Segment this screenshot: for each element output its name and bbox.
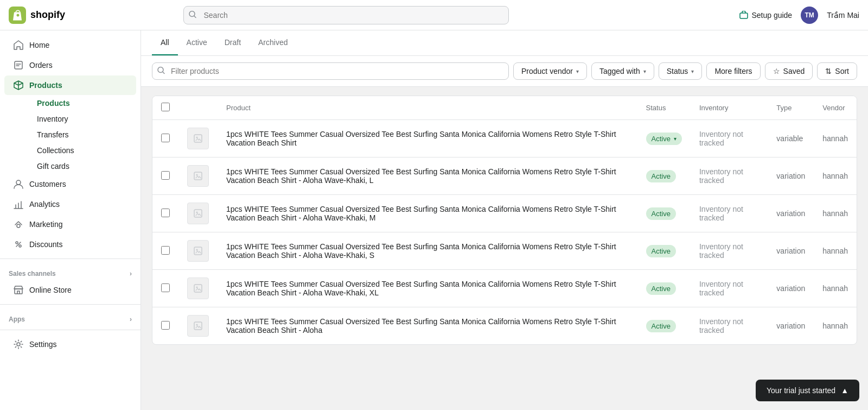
sidebar-item-label: Home xyxy=(29,41,49,49)
row-vendor: hannah xyxy=(814,232,857,270)
shopify-wordmark: shopify xyxy=(30,9,65,21)
svg-rect-10 xyxy=(194,135,202,142)
row-inventory: Inventory not tracked xyxy=(691,120,768,157)
th-type[interactable]: Type xyxy=(768,96,814,120)
shopify-logo[interactable]: shopify xyxy=(9,7,65,24)
th-vendor[interactable]: Vendor xyxy=(814,96,857,120)
sidebar-sub-item-gift-cards[interactable]: Gift cards xyxy=(28,159,136,174)
filter-products-input[interactable] xyxy=(152,62,509,80)
tab-all[interactable]: All xyxy=(152,30,178,55)
row-product-name[interactable]: 1pcs WHITE Tees Summer Casual Oversized … xyxy=(218,120,637,157)
row-checkbox[interactable] xyxy=(161,134,170,142)
customers-icon xyxy=(13,179,24,190)
row-product-name[interactable]: 1pcs WHITE Tees Summer Casual Oversized … xyxy=(218,157,637,195)
svg-rect-1 xyxy=(740,13,748,18)
chevron-down-icon: ▾ xyxy=(691,68,694,74)
select-all-header xyxy=(152,96,178,120)
sidebar-item-customers[interactable]: Customers xyxy=(4,174,136,194)
th-inventory[interactable]: Inventory xyxy=(691,96,768,120)
sidebar-sales-channels-label: Sales channels › xyxy=(0,263,141,280)
chevron-down-icon: ▾ xyxy=(576,68,579,74)
svg-point-6 xyxy=(19,245,21,247)
tagged-with-filter[interactable]: Tagged with ▾ xyxy=(591,62,654,80)
status-badge: Active xyxy=(646,320,676,332)
th-image xyxy=(178,96,218,120)
sidebar-item-label: Products xyxy=(29,81,62,90)
products-table-wrap: Product Status Inventory Type Vendor xyxy=(152,96,857,345)
table-header-row: Product Status Inventory Type Vendor xyxy=(152,96,857,120)
sidebar-sub-item-collections[interactable]: Collections xyxy=(28,143,136,158)
sort-button[interactable]: ⇅ Sort xyxy=(817,62,857,80)
global-search-input[interactable] xyxy=(183,6,509,24)
row-product-name[interactable]: 1pcs WHITE Tees Summer Casual Oversized … xyxy=(218,232,637,270)
star-icon: ☆ xyxy=(773,67,780,75)
row-inventory: Inventory not tracked xyxy=(691,232,768,270)
sidebar-sub-item-all-products[interactable]: Products xyxy=(28,96,136,111)
svg-point-15 xyxy=(196,212,198,213)
row-checkbox[interactable] xyxy=(161,209,170,217)
row-product-name[interactable]: 1pcs WHITE Tees Summer Casual Oversized … xyxy=(218,270,637,307)
sidebar-item-analytics[interactable]: Analytics xyxy=(4,194,136,214)
chevron-up-icon: ▲ xyxy=(841,386,848,395)
home-icon xyxy=(13,40,24,51)
avatar[interactable]: TM xyxy=(801,7,818,24)
row-image-cell xyxy=(178,307,218,345)
row-product-name[interactable]: 1pcs WHITE Tees Summer Casual Oversized … xyxy=(218,307,637,345)
th-status[interactable]: Status xyxy=(637,96,691,120)
row-product-name[interactable]: 1pcs WHITE Tees Summer Casual Oversized … xyxy=(218,195,637,232)
product-image xyxy=(187,315,209,337)
row-checkbox[interactable] xyxy=(161,283,170,292)
sidebar-item-label: Marketing xyxy=(29,220,62,229)
product-vendor-filter[interactable]: Product vendor ▾ xyxy=(513,62,587,80)
row-checkbox[interactable] xyxy=(161,171,170,180)
tab-archived[interactable]: Archived xyxy=(250,30,296,55)
products-header: All Active Draft Archived xyxy=(141,30,868,56)
sidebar-item-orders[interactable]: Orders xyxy=(4,55,136,75)
tab-draft[interactable]: Draft xyxy=(216,30,250,55)
setup-guide-label: Setup guide xyxy=(751,11,792,20)
row-inventory: Inventory not tracked xyxy=(691,307,768,345)
saved-button[interactable]: ☆ Saved xyxy=(765,62,813,80)
product-image xyxy=(187,128,209,149)
sidebar-sub-item-transfers[interactable]: Transfers xyxy=(28,127,136,142)
sidebar-item-home[interactable]: Home xyxy=(4,35,136,55)
sidebar-sub-item-inventory[interactable]: Inventory xyxy=(28,111,136,127)
sidebar-item-marketing[interactable]: Marketing xyxy=(4,215,136,234)
svg-point-19 xyxy=(196,287,198,288)
th-product[interactable]: Product xyxy=(218,96,637,120)
row-checkbox-cell xyxy=(152,120,178,157)
topbar-right: Setup guide TM Trầm Mai xyxy=(739,7,859,24)
status-badge[interactable]: Active ▾ xyxy=(646,133,682,145)
sidebar-divider-1 xyxy=(0,258,141,259)
status-badge: Active xyxy=(646,282,676,295)
status-badge: Active xyxy=(646,245,676,257)
row-status: Active xyxy=(637,270,691,307)
sort-icon: ⇅ xyxy=(825,67,832,75)
select-all-checkbox[interactable] xyxy=(161,103,170,111)
products-table: Product Status Inventory Type Vendor xyxy=(152,96,857,344)
chevron-down-icon: ▾ xyxy=(643,68,646,74)
setup-guide-button[interactable]: Setup guide xyxy=(739,11,792,20)
row-checkbox[interactable] xyxy=(161,246,170,255)
more-filters-button[interactable]: More filters xyxy=(706,62,760,80)
sidebar-item-online-store[interactable]: Online Store xyxy=(4,280,136,300)
topbar: shopify Setup guide TM Trầm Mai xyxy=(0,0,868,30)
row-checkbox[interactable] xyxy=(161,321,170,330)
svg-point-3 xyxy=(16,180,21,185)
row-checkbox-cell xyxy=(152,307,178,345)
tab-active[interactable]: Active xyxy=(178,30,216,55)
svg-point-11 xyxy=(196,137,198,138)
sidebar-item-products[interactable]: Products xyxy=(4,75,136,95)
status-filter[interactable]: Status ▾ xyxy=(659,62,703,80)
trial-banner[interactable]: Your trial just started ▲ xyxy=(756,380,859,401)
row-vendor: hannah xyxy=(814,120,857,157)
row-checkbox-cell xyxy=(152,270,178,307)
row-vendor: hannah xyxy=(814,157,857,195)
sidebar-item-settings[interactable]: Settings xyxy=(4,335,136,354)
search-bar xyxy=(183,6,509,24)
row-status: Active xyxy=(637,157,691,195)
user-name: Trầm Mai xyxy=(827,11,859,20)
table-row: 1pcs WHITE Tees Summer Casual Oversized … xyxy=(152,195,857,232)
sidebar-divider-2 xyxy=(0,304,141,305)
sidebar-item-discounts[interactable]: Discounts xyxy=(4,235,136,254)
